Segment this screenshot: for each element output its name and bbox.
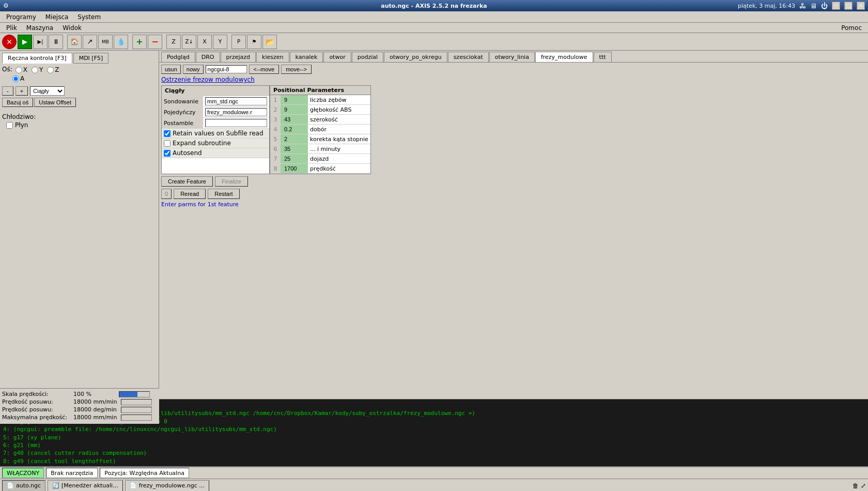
title-left: ⚙ <box>3 2 9 9</box>
skala-value: 100 % <box>73 391 115 397</box>
plyn-checkbox-row[interactable]: Płyn <box>6 121 157 129</box>
pos-val-2[interactable] <box>281 105 308 115</box>
zref-button[interactable]: Z↓ <box>182 35 196 49</box>
pos-val-5[interactable] <box>281 134 308 144</box>
pos-input-7[interactable] <box>283 155 306 162</box>
menu-maszyna[interactable]: Maszyna <box>22 23 57 33</box>
tab-mdi[interactable]: MDI [F5] <box>73 53 109 64</box>
pause-button[interactable]: ⏸ <box>49 35 63 49</box>
tab-frezy-modulowe[interactable]: frezy_modulowe <box>535 52 593 62</box>
load-button[interactable]: 📂 <box>262 35 277 49</box>
axis-y-radio[interactable]: Y <box>32 66 43 73</box>
clear-button[interactable]: ⚑ <box>247 35 261 49</box>
menu-pomoc[interactable]: Pomoc <box>837 23 866 33</box>
move-left-button[interactable]: <--move <box>249 65 280 74</box>
axis-z-radio[interactable]: Z <box>47 66 59 73</box>
tab-kieszen[interactable]: kieszen <box>256 52 289 62</box>
axis-label: Oś: <box>2 66 12 73</box>
usun-button[interactable]: usun <box>161 65 181 74</box>
maximize-button[interactable]: □ <box>844 2 853 10</box>
pos-input-1[interactable] <box>283 96 306 103</box>
mode-select[interactable]: Ciągły Krokowy MPG <box>30 86 65 96</box>
pos-val-8[interactable] <box>281 164 308 174</box>
pos-val-6[interactable] <box>281 144 308 154</box>
pos-input-5[interactable] <box>283 135 306 143</box>
move-right-button[interactable]: move--> <box>281 65 312 74</box>
plyn-checkbox[interactable] <box>6 122 13 129</box>
pojedynczy-label: Pojedyńczy <box>162 107 203 118</box>
home-button[interactable]: 🏠 <box>67 35 82 49</box>
task-frezy-ngc[interactable]: 📄 frezy_modulowe.ngc ... <box>125 480 209 492</box>
pos-num-7: 7 <box>270 154 281 164</box>
create-feature-button[interactable]: Create Feature <box>161 176 213 187</box>
pos-row-5: 5 korekta kąta stopnie <box>270 134 370 144</box>
skala-row: Skala prędkości: 100 % <box>2 391 157 397</box>
axis-x-radio[interactable]: X <box>16 66 27 73</box>
pos-val-4[interactable] <box>281 125 308 134</box>
retain-values-checkbox[interactable] <box>164 130 171 137</box>
pos-val-7[interactable] <box>281 154 308 164</box>
tab-przejazd[interactable]: przejazd <box>221 52 256 62</box>
tab-szesciokat[interactable]: szesciokat <box>448 52 489 62</box>
x-button[interactable]: X <box>197 35 212 49</box>
task-auto-ngc[interactable]: 📄 auto.ngc <box>2 480 45 492</box>
section-title[interactable]: Ostrzenie frezow modulowych <box>161 76 866 83</box>
tab-otwor[interactable]: otwor <box>323 52 351 62</box>
menu-programy[interactable]: Programy <box>2 12 40 22</box>
minus-button[interactable]: − <box>148 35 162 49</box>
close-button[interactable]: ✕ <box>857 2 865 10</box>
menu-plik[interactable]: Plik <box>2 23 21 33</box>
pojedynczy-input[interactable] <box>205 108 267 116</box>
frezy-content: usun nowy <--move move--> Ostrzenie frez… <box>159 63 868 399</box>
tab-dro[interactable]: DRO <box>196 52 220 62</box>
num-button[interactable]: 0 <box>161 189 172 199</box>
left-tabs: Ręczna kontrola [F3] MDI [F5] <box>2 53 157 64</box>
tab-podzial[interactable]: podzial <box>352 52 383 62</box>
minimize-button[interactable]: ─ <box>832 2 840 10</box>
pos-input-6[interactable] <box>283 145 306 152</box>
run-button[interactable]: ▶ <box>18 35 32 49</box>
filename-input[interactable] <box>206 65 247 73</box>
pos-input-2[interactable] <box>283 106 306 113</box>
tab-podglad[interactable]: Podgląd <box>161 52 195 62</box>
y-button[interactable]: Y <box>213 35 227 49</box>
speed-minus-button[interactable]: - <box>2 86 13 96</box>
pos-val-3[interactable] <box>281 115 308 125</box>
pos-num-4: 4 <box>270 125 281 134</box>
pos-input-8[interactable] <box>283 165 306 172</box>
finalize-button[interactable]: Finalize <box>215 176 248 187</box>
task-auto-ngc-icon: 📄 <box>7 482 14 489</box>
plus-button[interactable]: + <box>132 35 147 49</box>
tab-otwory-po-okregu[interactable]: otwory_po_okregu <box>384 52 447 62</box>
tab-otwory-linia[interactable]: otwory_linia <box>489 52 535 62</box>
z-button[interactable]: Z <box>166 35 181 49</box>
mist-button[interactable]: 💧 <box>114 35 128 49</box>
p-button[interactable]: P <box>231 35 246 49</box>
sondowanie-input[interactable] <box>205 97 267 105</box>
tab-ttt[interactable]: ttt <box>594 52 612 62</box>
stop-button[interactable]: ✕ <box>2 35 17 49</box>
pos-input-3[interactable] <box>283 116 306 123</box>
stop-at-line-button[interactable]: MB <box>98 35 113 49</box>
task-menedzer[interactable]: 🔄 [Menedżer aktuali... <box>48 480 123 492</box>
postamble-input[interactable] <box>205 119 267 127</box>
reread-button[interactable]: Reread <box>174 189 206 199</box>
menu-miejsca[interactable]: Miejsca <box>41 12 73 22</box>
run-from-line-button[interactable]: ↗ <box>83 35 97 49</box>
skala-label: Skala prędkości: <box>2 391 69 397</box>
expand-sub-checkbox[interactable] <box>164 140 171 147</box>
axis-a-radio[interactable]: A <box>12 75 157 82</box>
autosend-checkbox[interactable] <box>164 150 171 157</box>
nowy-button[interactable]: nowy <box>183 65 204 74</box>
menu-system[interactable]: System <box>73 12 105 22</box>
tab-kanalek[interactable]: kanalek <box>290 52 323 62</box>
tab-manual-control[interactable]: Ręczna kontrola [F3] <box>2 53 72 64</box>
pos-input-4[interactable] <box>283 126 306 133</box>
step-button[interactable]: ▶| <box>33 35 48 49</box>
bazuj-button[interactable]: Bazuj oś <box>2 98 33 107</box>
restart-button[interactable]: Restart <box>208 189 239 199</box>
menu-widok[interactable]: Widok <box>58 23 86 33</box>
offset-button[interactable]: Ustaw Offset <box>34 98 76 107</box>
pos-val-1[interactable] <box>281 95 308 105</box>
speed-plus-button[interactable]: + <box>16 86 28 96</box>
